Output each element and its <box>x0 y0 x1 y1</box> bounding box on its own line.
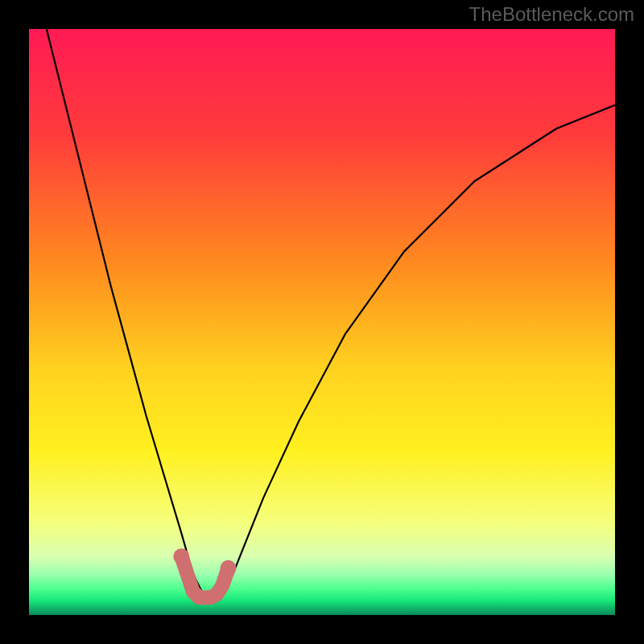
chart-background <box>29 29 615 615</box>
highlight-end-left <box>173 548 189 564</box>
watermark-text: TheBottleneck.com <box>469 3 634 26</box>
highlight-end-right <box>221 560 237 576</box>
chart-svg <box>29 29 615 615</box>
bottleneck-chart <box>29 29 615 615</box>
